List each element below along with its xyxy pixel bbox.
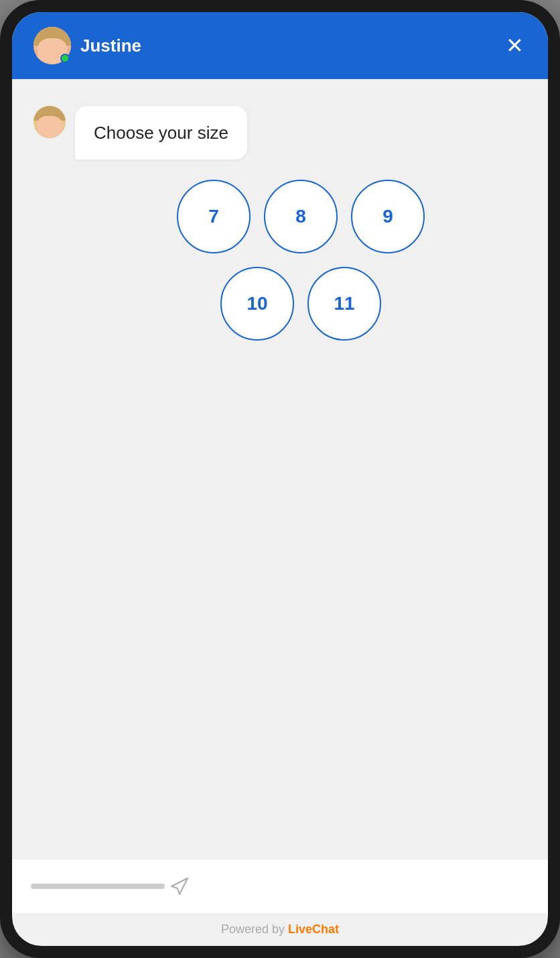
size-row-2: 10 11 — [220, 267, 381, 341]
size-row-1: 7 8 9 — [177, 180, 425, 253]
powered-by-brand: LiveChat — [288, 922, 339, 936]
chat-header: Justine ✕ — [12, 12, 548, 79]
message-text: Choose your size — [94, 123, 228, 143]
send-button[interactable] — [165, 872, 194, 901]
size-button-9[interactable]: 9 — [351, 180, 425, 253]
msg-avatar-face — [37, 116, 62, 138]
phone-shell: Justine ✕ Choose your size 7 8 — [0, 0, 560, 958]
size-button-11[interactable]: 11 — [307, 267, 381, 341]
header-left: Justine — [33, 27, 141, 64]
size-button-8[interactable]: 8 — [264, 180, 338, 253]
powered-by-prefix: Powered by — [221, 922, 288, 936]
send-icon — [167, 874, 192, 898]
chat-body: Choose your size 7 8 9 10 11 — [12, 79, 548, 859]
input-bar — [31, 884, 165, 889]
message-avatar — [33, 106, 66, 138]
chat-footer — [12, 859, 548, 913]
size-button-7[interactable]: 7 — [177, 180, 251, 253]
size-options: 7 8 9 10 11 — [33, 173, 527, 347]
agent-name: Justine — [80, 36, 141, 56]
size-button-10[interactable]: 10 — [220, 267, 294, 341]
powered-by: Powered by LiveChat — [12, 913, 548, 946]
close-button[interactable]: ✕ — [503, 32, 527, 59]
message-row: Choose your size — [33, 106, 527, 160]
chat-window: Justine ✕ Choose your size 7 8 — [12, 12, 548, 946]
message-bubble: Choose your size — [75, 106, 247, 160]
agent-avatar-container — [33, 27, 71, 64]
online-status-dot — [60, 54, 70, 63]
